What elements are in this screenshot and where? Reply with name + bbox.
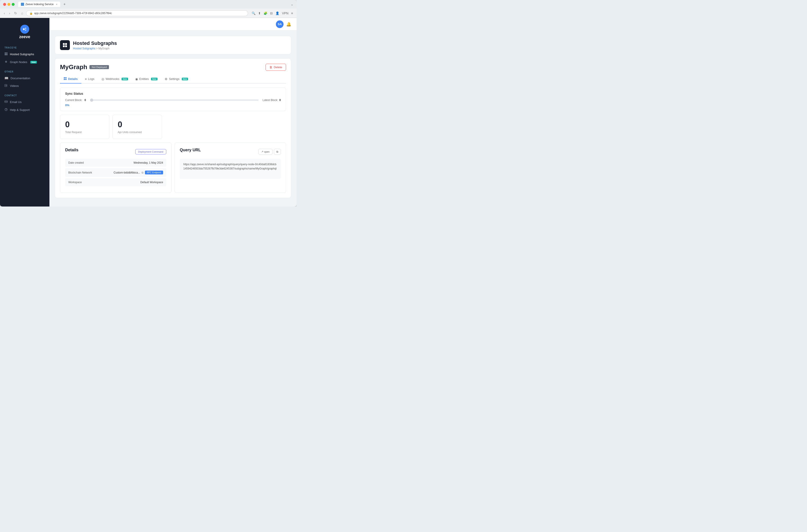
sidebar-label-hosted-subgraphs: Hosted Subgraphs bbox=[10, 53, 34, 56]
sidebar-item-documentation[interactable]: 📖 Documentation bbox=[0, 74, 50, 82]
search-icon[interactable]: 🔍 bbox=[251, 11, 256, 16]
section-label-contact: CONTACT bbox=[0, 93, 50, 98]
bookmark-icon[interactable]: ⊟ bbox=[269, 11, 274, 16]
svg-point-1 bbox=[25, 27, 26, 29]
blockchain-network-text: Custom-bdddbfbbca... bbox=[114, 171, 140, 174]
minimize-dot[interactable] bbox=[7, 3, 10, 6]
tab-logs[interactable]: ≡ Logs bbox=[81, 75, 98, 83]
page-header-icon bbox=[60, 40, 70, 50]
user-avatar[interactable]: SA bbox=[276, 20, 283, 28]
email-icon bbox=[4, 100, 7, 104]
tab-bar: Details ≡ Logs ◎ Webhooks New ◉ bbox=[60, 75, 286, 83]
sidebar-item-videos[interactable]: Videos bbox=[0, 82, 50, 90]
current-block-label: Current Block: bbox=[65, 98, 82, 102]
detail-row-date-created: Date created Wednesday, 1 May 2024 bbox=[65, 159, 166, 167]
svg-rect-18 bbox=[64, 77, 65, 78]
sidebar-label-videos: Videos bbox=[10, 84, 19, 88]
webhooks-badge: New bbox=[122, 78, 128, 80]
svg-rect-14 bbox=[63, 43, 65, 45]
logo-icon bbox=[20, 25, 29, 34]
breadcrumb-parent[interactable]: Hosted Subgraphs bbox=[73, 47, 95, 50]
page-title: Hosted Subgraphs bbox=[73, 40, 117, 46]
total-requests-number: 0 bbox=[65, 120, 104, 129]
home-button[interactable]: ⌂ bbox=[20, 11, 24, 16]
open-query-url-button[interactable]: ↗ open bbox=[258, 149, 273, 155]
svg-rect-3 bbox=[5, 53, 6, 54]
delete-label: Delete bbox=[274, 65, 282, 69]
close-dot[interactable] bbox=[3, 3, 6, 6]
settings-badge: New bbox=[182, 78, 188, 80]
stat-card-api-units: 0 Api Units consumed bbox=[113, 115, 162, 139]
sidebar-item-hosted-subgraphs[interactable]: Hosted Subgraphs bbox=[0, 50, 50, 58]
entities-tab-icon: ◉ bbox=[135, 77, 138, 81]
svg-point-2 bbox=[25, 30, 26, 31]
tab-webhooks[interactable]: ◎ Webhooks New bbox=[98, 75, 132, 83]
tab-close-icon[interactable]: ✕ bbox=[56, 3, 57, 6]
subgraph-title-row: MyGraph Not Deployed bbox=[60, 63, 109, 71]
sync-title: Sync Status bbox=[65, 92, 281, 95]
sidebar-item-email-us[interactable]: Email Us bbox=[0, 98, 50, 106]
sidebar-section-contact: CONTACT Email Us bbox=[0, 93, 50, 114]
tab-settings[interactable]: ⚙ Settings New bbox=[161, 75, 192, 83]
maximize-dot[interactable] bbox=[12, 3, 15, 6]
tab-entities[interactable]: ◉ Entities New bbox=[132, 75, 161, 83]
notifications-bell-icon[interactable]: 🔔 bbox=[286, 22, 291, 27]
window-controls bbox=[3, 3, 15, 6]
rpc-endpoint-button[interactable]: RPC Endpoint bbox=[145, 171, 163, 174]
refresh-button[interactable]: ↻ bbox=[13, 11, 18, 16]
menu-icon[interactable]: ≡ bbox=[290, 11, 294, 16]
app-header: SA 🔔 bbox=[50, 18, 297, 31]
copy-query-url-button[interactable]: ⧉ bbox=[274, 149, 281, 155]
browser-titlebar: Zeeve Indexing Service ✕ + ⌄ bbox=[0, 0, 297, 8]
svg-rect-17 bbox=[65, 45, 67, 47]
svg-point-8 bbox=[6, 61, 6, 62]
share-icon[interactable]: ⬆ bbox=[257, 11, 262, 16]
breadcrumb-separator: > bbox=[96, 47, 98, 50]
section-label-traceye: TRACEYE bbox=[0, 45, 50, 50]
stat-card-total-requests: 0 Total Request bbox=[60, 115, 109, 139]
blockchain-network-value: Custom-bdddbfbbca... ⧉ RPC Endpoint bbox=[114, 171, 163, 174]
svg-point-13 bbox=[6, 110, 6, 111]
sidebar-item-help-support[interactable]: Help & Support bbox=[0, 106, 50, 114]
tab-details[interactable]: Details bbox=[60, 75, 81, 83]
detail-row-blockchain-network: Blockchain Network Custom-bdddbfbbca... … bbox=[65, 168, 166, 177]
trash-icon: 🗑 bbox=[269, 65, 272, 69]
toolbar-extensions: 🔍 ⬆ 🧩 ⊟ 👤 VPN ≡ bbox=[251, 11, 294, 16]
delete-button[interactable]: 🗑 Delete bbox=[265, 64, 286, 71]
sidebar-logo: zeeve bbox=[0, 22, 50, 45]
sidebar-item-graph-nodes[interactable]: Graph Nodes New bbox=[0, 58, 50, 66]
extensions-icon[interactable]: 🧩 bbox=[263, 11, 268, 16]
new-tab-button[interactable]: + bbox=[62, 2, 67, 7]
workspace-value: Default Workspace bbox=[141, 181, 163, 184]
sync-latest: Latest Block: 0 bbox=[263, 98, 281, 102]
vpn-icon[interactable]: VPN bbox=[281, 11, 289, 16]
browser-tab[interactable]: Zeeve Indexing Service ✕ bbox=[18, 2, 60, 7]
deployment-command-button[interactable]: Deployment Command bbox=[135, 149, 166, 154]
breadcrumb-current: MyGraph bbox=[98, 47, 109, 50]
stats-row: 0 Total Request 0 Api Units consumed bbox=[60, 115, 286, 139]
api-units-number: 0 bbox=[118, 120, 157, 129]
svg-marker-10 bbox=[6, 85, 7, 86]
query-url-title: Query URL bbox=[180, 148, 201, 152]
sidebar-label-email-us: Email Us bbox=[10, 100, 22, 104]
address-bar[interactable]: 🔒 app.zeeve.io/subgraph/22256dd5-7309-47… bbox=[26, 10, 248, 16]
page-content: Hosted Subgraphs Hosted Subgraphs > MyGr… bbox=[50, 31, 297, 207]
latest-block-label: Latest Block: bbox=[263, 98, 278, 102]
tab-logs-label: Logs bbox=[88, 77, 94, 81]
support-icon bbox=[4, 108, 7, 112]
videos-icon bbox=[4, 84, 7, 88]
browser-toolbar: ‹ › ↻ ⌂ 🔒 app.zeeve.io/subgraph/22256dd5… bbox=[0, 8, 297, 18]
profile-icon[interactable]: 👤 bbox=[275, 11, 280, 16]
back-button[interactable]: ‹ bbox=[3, 11, 6, 16]
sync-status-card: Sync Status Current Block: 0 Latest Bloc… bbox=[60, 88, 286, 111]
logs-tab-icon: ≡ bbox=[85, 77, 87, 81]
workspace-key: Workspace bbox=[68, 181, 82, 184]
bottom-row: Details Deployment Command Date created … bbox=[60, 142, 286, 193]
sidebar-label-documentation: Documentation bbox=[11, 77, 30, 80]
svg-rect-19 bbox=[66, 77, 67, 78]
copy-network-icon[interactable]: ⧉ bbox=[142, 171, 144, 174]
tab-settings-label: Settings bbox=[169, 77, 180, 81]
api-units-label: Api Units consumed bbox=[118, 131, 157, 134]
forward-button[interactable]: › bbox=[8, 11, 11, 16]
svg-rect-4 bbox=[6, 53, 7, 54]
